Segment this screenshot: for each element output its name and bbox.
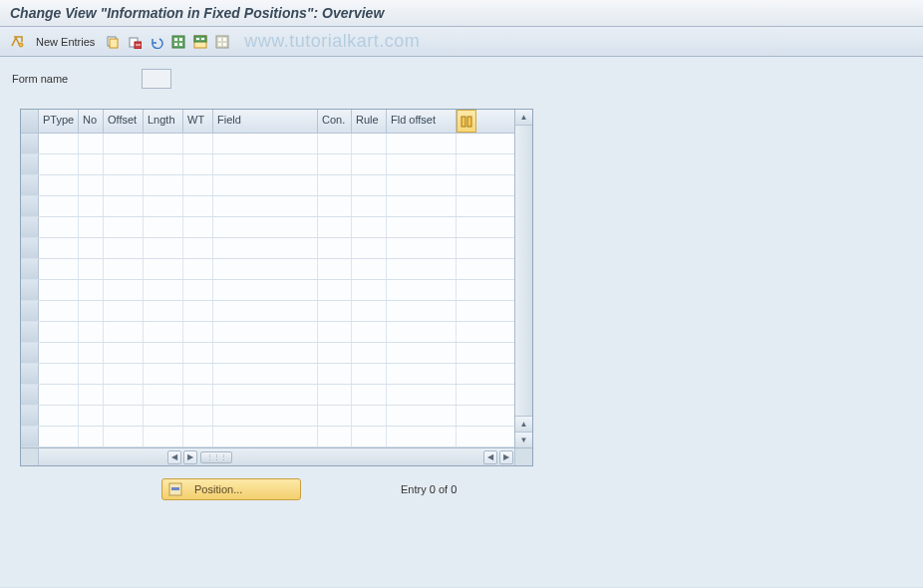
entry-status: Entry 0 of 0 [401,483,457,495]
table-row [21,364,514,385]
row-selector[interactable] [21,196,39,216]
col-con[interactable]: Con. [318,110,352,133]
svg-point-0 [19,43,23,47]
row-selector[interactable] [21,364,39,384]
delete-icon[interactable] [127,34,143,50]
row-selector[interactable] [21,259,39,279]
scroll-up-icon[interactable]: ▲ [515,110,532,126]
position-button-label: Position... [194,483,242,495]
svg-rect-17 [223,38,226,41]
form-name-label: Form name [12,73,132,85]
scroll-down-icon[interactable]: ▼ [515,432,532,447]
form-name-row: Form name [12,69,911,89]
position-button[interactable]: Position... [161,478,301,500]
svg-rect-23 [171,487,179,490]
svg-rect-7 [174,38,177,41]
copy-icon[interactable] [105,34,121,50]
svg-rect-10 [179,43,182,46]
select-block-icon[interactable] [192,34,208,50]
toolbar: New Entries www.tutorialkart.com [0,27,923,57]
position-icon [168,482,182,496]
table-row [21,134,514,154]
row-selector[interactable] [21,406,39,426]
table-row [21,280,514,301]
svg-rect-16 [218,38,221,41]
svg-rect-9 [174,43,177,46]
row-selector[interactable] [21,280,39,300]
col-fldoffset[interactable]: Fld offset [387,110,457,133]
table-row [21,217,514,238]
row-selector[interactable] [21,322,39,342]
deselect-all-icon[interactable] [214,34,230,50]
row-selector[interactable] [21,134,39,153]
new-entries-button[interactable]: New Entries [32,36,99,48]
row-selector[interactable] [21,427,39,446]
row-selector[interactable] [21,175,39,195]
table-row [21,154,514,175]
page-title: Change View "Information in Fixed Positi… [0,0,923,27]
svg-rect-18 [218,43,221,46]
scroll-left-end-icon[interactable]: ◀ [483,450,497,464]
row-selector[interactable] [21,343,39,363]
row-selector[interactable] [21,238,39,258]
col-offset[interactable]: Offset [104,110,144,133]
row-selector[interactable] [21,301,39,321]
table-row [21,238,514,259]
col-rule[interactable]: Rule [352,110,387,133]
content-area: Form name PType No Offset Lngth WT Field… [0,57,923,587]
col-length[interactable]: Lngth [144,110,183,133]
svg-rect-6 [172,36,184,48]
table-row [21,259,514,280]
table-header: PType No Offset Lngth WT Field Con. Rule… [21,110,514,134]
table-row [21,406,514,427]
scroll-down-icon[interactable]: ▲ [515,416,532,432]
svg-rect-19 [223,43,226,46]
row-selector[interactable] [21,217,39,237]
col-field[interactable]: Field [213,110,318,133]
table-config-icon[interactable] [457,110,476,133]
scroll-thumb[interactable]: ⋮⋮⋮ [200,451,232,463]
scroll-right-icon[interactable]: ▶ [183,450,197,464]
table-row [21,175,514,196]
table-row [21,385,514,406]
scroll-left-icon[interactable]: ◀ [167,450,181,464]
svg-rect-8 [179,38,182,41]
table-row [21,343,514,364]
table-row [21,322,514,343]
col-wt[interactable]: WT [183,110,213,133]
table-row [21,196,514,217]
svg-rect-2 [110,39,118,48]
bottom-bar: Position... Entry 0 of 0 [161,478,911,500]
svg-rect-15 [216,36,228,48]
vertical-scrollbar[interactable]: ▲ ▲ ▼ [514,110,532,447]
svg-rect-13 [196,38,199,40]
select-all-icon[interactable] [170,34,186,50]
row-selector[interactable] [21,154,39,174]
table-row [21,301,514,322]
svg-rect-21 [467,117,471,127]
undo-icon[interactable] [149,34,164,50]
other-view-icon[interactable] [10,34,26,50]
svg-rect-20 [462,117,465,127]
svg-rect-12 [194,36,206,42]
row-selector-header[interactable] [21,110,39,133]
data-table: PType No Offset Lngth WT Field Con. Rule… [20,109,533,466]
scroll-right-end-icon[interactable]: ▶ [499,450,513,464]
col-ptype[interactable]: PType [39,110,79,133]
row-selector[interactable] [21,385,39,405]
svg-rect-14 [201,38,204,40]
horizontal-scrollbar[interactable]: ◀ ▶ ⋮⋮⋮ ◀ ▶ [21,447,532,465]
table-row [21,427,514,447]
watermark-text: www.tutorialkart.com [244,31,420,52]
col-no[interactable]: No [79,110,104,133]
form-name-input[interactable] [142,69,171,89]
